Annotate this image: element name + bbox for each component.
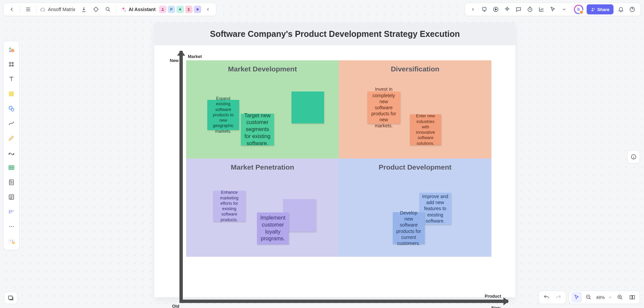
sticky-tr-2[interactable]: Enter new industries with innovative sof…: [410, 114, 441, 145]
zoom-in-icon[interactable]: [615, 292, 626, 303]
sticky-tl-1[interactable]: Expand existing software products to new…: [207, 100, 239, 130]
collapse-right-icon[interactable]: [468, 4, 478, 15]
zoom-menu-icon[interactable]: [607, 292, 613, 303]
x-axis-new-label: New: [491, 305, 500, 308]
left-toolbar: [3, 41, 19, 250]
quadrant-title: Market Development: [186, 65, 339, 73]
brand-logo[interactable]: b: [574, 5, 583, 14]
svg-point-0: [106, 7, 109, 10]
y-axis-label: Market: [188, 54, 202, 59]
divider: [572, 6, 572, 13]
sticky-bl-2[interactable]: Implement customer loyalty programs.: [257, 212, 289, 244]
ai-assistant-button[interactable]: AI Assistant: [120, 6, 155, 12]
top-left-toolbar: Ansoff Matrix AI Assistant P: [3, 3, 216, 16]
x-axis-old-label: Old: [172, 304, 179, 308]
divider: [20, 6, 20, 13]
quadrant-title: Product Development: [339, 163, 491, 171]
board-title[interactable]: Software Company's Product Development S…: [210, 29, 460, 39]
diagram-card[interactable]: Software Company's Product Development S…: [154, 22, 516, 297]
sticky-tool-icon[interactable]: [6, 88, 17, 100]
redo-icon[interactable]: [553, 292, 564, 303]
sticky-bl-1[interactable]: Enhance marketing efforts for existing s…: [213, 191, 246, 222]
y-axis: [179, 51, 183, 303]
table-tool-icon[interactable]: [6, 162, 17, 173]
svg-rect-8: [11, 49, 14, 52]
ai-assistant-label: AI Assistant: [128, 7, 155, 12]
undo-redo-group: [539, 291, 566, 304]
undo-icon[interactable]: [541, 292, 552, 303]
bottom-right-controls: 48%: [539, 291, 640, 304]
pointer-mode-icon[interactable]: [571, 292, 582, 303]
svg-rect-3: [483, 7, 486, 10]
svg-point-21: [11, 226, 12, 227]
tag-icon[interactable]: [91, 4, 101, 15]
x-axis: [179, 300, 508, 303]
ai-sparkle-icon: [120, 6, 126, 12]
avatar-5[interactable]: [194, 6, 201, 13]
shapes-tool-icon[interactable]: [6, 44, 17, 55]
chevron-down-icon[interactable]: [559, 4, 570, 15]
back-icon[interactable]: [6, 4, 17, 15]
presence-avatars[interactable]: P: [159, 6, 201, 13]
document-title-group[interactable]: Ansoff Matrix: [40, 6, 75, 12]
share-button[interactable]: Share: [587, 4, 613, 14]
play-icon[interactable]: [490, 4, 501, 15]
text-tool-icon[interactable]: [6, 73, 17, 85]
templates-icon[interactable]: [6, 236, 17, 247]
apps-icon[interactable]: [479, 4, 490, 15]
connector-tool-icon[interactable]: [6, 118, 17, 129]
add-page-button[interactable]: [4, 292, 17, 304]
svg-rect-29: [630, 296, 632, 299]
cursor-icon[interactable]: [547, 4, 558, 15]
list-tool-icon[interactable]: [6, 191, 17, 203]
sticky-tr-1[interactable]: Invest in completely new software produc…: [367, 91, 400, 124]
svg-rect-2: [197, 8, 199, 10]
avatar-4[interactable]: [185, 6, 193, 13]
kanban-tool-icon[interactable]: [6, 206, 17, 218]
fit-view-icon[interactable]: [627, 292, 638, 303]
comment-icon[interactable]: [513, 4, 524, 15]
diagram-area[interactable]: Market New Product Old New Market Develo…: [154, 45, 516, 297]
menu-icon[interactable]: [23, 4, 34, 15]
zoom-out-icon[interactable]: [583, 292, 594, 303]
avatar-3[interactable]: [176, 6, 184, 13]
zoom-value[interactable]: 48%: [595, 295, 605, 300]
svg-point-22: [13, 226, 13, 227]
download-icon[interactable]: [78, 4, 89, 15]
help-icon[interactable]: [627, 4, 638, 15]
svg-point-12: [9, 153, 10, 155]
timer-icon[interactable]: [525, 4, 535, 15]
avatar-2[interactable]: P: [168, 6, 175, 13]
sparkle-icon[interactable]: [502, 4, 513, 15]
y-axis-new-label: New: [170, 58, 179, 63]
svg-rect-14: [9, 166, 14, 170]
pen-tool-icon[interactable]: [6, 132, 17, 144]
info-button[interactable]: [627, 150, 640, 164]
avatar-1[interactable]: [159, 6, 166, 13]
sticky-tl-2[interactable]: Target new customer segments for existin…: [241, 114, 274, 145]
svg-point-9: [9, 50, 11, 52]
bell-icon[interactable]: [615, 4, 626, 15]
svg-point-1: [162, 8, 163, 9]
x-axis-label: Product: [485, 294, 501, 299]
top-right-toolbar: b Share: [465, 3, 641, 16]
curve-tool-icon[interactable]: [6, 147, 17, 159]
shape-tool-icon[interactable]: [6, 103, 17, 114]
sticky-tl-3[interactable]: [291, 91, 324, 123]
collapse-left-icon[interactable]: [203, 4, 213, 15]
more-tools-icon[interactable]: [6, 221, 17, 232]
svg-rect-26: [8, 296, 12, 299]
svg-rect-19: [13, 210, 14, 212]
chart-icon[interactable]: [536, 4, 547, 15]
search-icon[interactable]: [103, 4, 113, 15]
board-title-bar: Software Company's Product Development S…: [154, 22, 516, 45]
quadrant-title: Diversification: [339, 65, 491, 73]
divider: [116, 6, 116, 13]
divider: [36, 6, 37, 13]
svg-point-24: [12, 242, 15, 244]
document-tool-icon[interactable]: [6, 177, 17, 188]
share-icon: [591, 7, 595, 12]
sticky-br-2[interactable]: Develop new software products for curren…: [393, 212, 425, 244]
document-title: Ansoff Matrix: [48, 7, 75, 12]
frame-tool-icon[interactable]: [6, 59, 17, 70]
